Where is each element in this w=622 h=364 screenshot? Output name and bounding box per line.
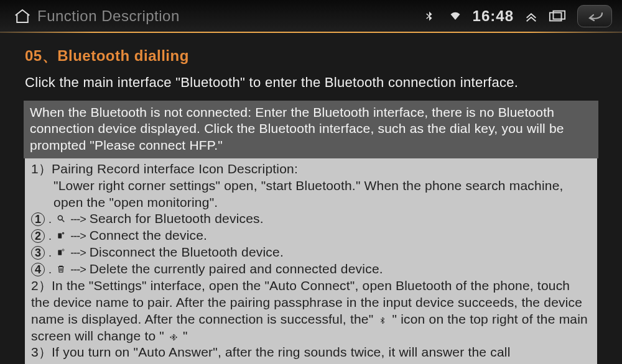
- list-item: 2）In the "Settings" interface, open the …: [31, 278, 591, 345]
- icon-description: Delete the currently paired and connecte…: [90, 261, 383, 278]
- list-item: 3. ---> Disconnect the Bluetooth device.: [31, 244, 591, 261]
- recent-apps-icon[interactable]: [549, 7, 566, 25]
- back-button[interactable]: [577, 5, 612, 27]
- bluetooth-connected-icon: [168, 332, 179, 343]
- clock: 16:48: [473, 7, 514, 25]
- bluetooth-icon: [377, 315, 388, 326]
- svg-rect-3: [58, 234, 62, 239]
- svg-point-4: [63, 233, 64, 234]
- bluetooth-icon: [420, 7, 438, 25]
- circled-number-1: 1: [31, 212, 45, 226]
- svg-point-2: [58, 216, 63, 221]
- home-icon[interactable]: [10, 4, 35, 29]
- header-bar: Function Description 16:48: [0, 0, 622, 32]
- section-title: 05、Bluetooth dialling: [25, 46, 597, 66]
- svg-point-7: [170, 337, 172, 338]
- section-intro: Click the main interface "Bluetooth" to …: [25, 75, 597, 91]
- icon-description: Search for Bluetooth devices.: [90, 211, 264, 227]
- svg-rect-5: [58, 250, 62, 255]
- circled-number-3: 3: [31, 246, 45, 260]
- description-list: 1）Pairing Record interface Icon Descript…: [25, 158, 597, 364]
- list-item: 1）Pairing Record interface Icon Descript…: [31, 161, 591, 178]
- svg-point-8: [176, 337, 177, 338]
- circled-number-4: 4: [31, 263, 45, 276]
- page-title: Function Description: [37, 7, 180, 25]
- circled-number-2: 2: [31, 229, 45, 243]
- disconnect-icon: [55, 247, 67, 258]
- content-area: 05、Bluetooth dialling Click the main int…: [0, 32, 622, 364]
- list-item: 4. ---> Delete the currently paired and …: [31, 261, 591, 278]
- list-item: 2. ---> Connect the device.: [31, 227, 591, 244]
- delete-icon: [55, 263, 67, 275]
- icon-description: Disconnect the Bluetooth device.: [90, 244, 284, 261]
- list-item: "Lower right corner settings" open, "sta…: [31, 178, 591, 211]
- connect-icon: [55, 230, 67, 241]
- wifi-icon: [447, 7, 464, 25]
- chevron-up-icon[interactable]: [522, 7, 540, 25]
- status-tray: 16:48: [420, 5, 612, 27]
- icon-description: Connect the device.: [90, 227, 207, 244]
- list-item: 3）If you turn on "Auto Answer", after th…: [31, 344, 591, 364]
- note-box: When the Bluetooth is not connected: Ent…: [24, 101, 598, 158]
- list-item: 1. ---> Search for Bluetooth devices.: [31, 211, 591, 227]
- svg-point-6: [62, 249, 64, 251]
- search-icon: [55, 213, 67, 224]
